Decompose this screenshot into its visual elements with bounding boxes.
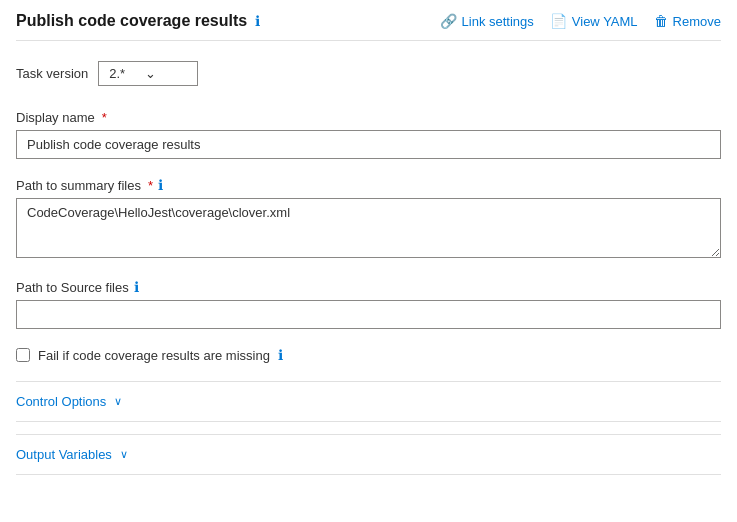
task-version-select[interactable]: 2.* ⌄ [98, 61, 198, 86]
yaml-icon: 📄 [550, 13, 567, 29]
control-options-chevron: ∨ [114, 395, 122, 408]
task-version-row: Task version 2.* ⌄ [16, 61, 721, 86]
path-summary-group: Path to summary files * ℹ CodeCoverage\H… [16, 177, 721, 261]
control-options-toggle[interactable]: Control Options ∨ [16, 381, 721, 409]
task-version-chevron: ⌄ [145, 66, 156, 81]
remove-button[interactable]: 🗑 Remove [654, 13, 721, 29]
fail-checkbox-label[interactable]: Fail if code coverage results are missin… [38, 348, 270, 363]
header-info-icon[interactable]: ℹ [255, 13, 260, 29]
page-title: Publish code coverage results [16, 12, 247, 30]
page-header: Publish code coverage results ℹ 🔗 Link s… [16, 12, 721, 41]
output-variables-toggle[interactable]: Output Variables ∨ [16, 434, 721, 462]
view-yaml-label: View YAML [572, 14, 638, 29]
link-settings-button[interactable]: 🔗 Link settings [440, 13, 534, 29]
fail-checkbox-row: Fail if code coverage results are missin… [16, 347, 721, 363]
display-name-label-row: Display name * [16, 110, 721, 125]
fail-checkbox[interactable] [16, 348, 30, 362]
fail-checkbox-info-icon[interactable]: ℹ [278, 347, 283, 363]
display-name-group: Display name * [16, 110, 721, 159]
path-summary-label: Path to summary files [16, 178, 141, 193]
view-yaml-button[interactable]: 📄 View YAML [550, 13, 638, 29]
path-source-label: Path to Source files [16, 280, 129, 295]
path-summary-label-row: Path to summary files * ℹ [16, 177, 721, 193]
output-variables-chevron: ∨ [120, 448, 128, 461]
link-icon: 🔗 [440, 13, 457, 29]
path-source-group: Path to Source files ℹ [16, 279, 721, 329]
control-options-title: Control Options [16, 394, 106, 409]
header-left: Publish code coverage results ℹ [16, 12, 260, 30]
display-name-input[interactable] [16, 130, 721, 159]
path-summary-required: * [148, 178, 153, 193]
remove-icon: 🗑 [654, 13, 668, 29]
path-summary-info-icon[interactable]: ℹ [158, 177, 163, 193]
path-source-label-row: Path to Source files ℹ [16, 279, 721, 295]
path-summary-input[interactable]: CodeCoverage\HelloJest\coverage\clover.x… [16, 198, 721, 258]
output-variables-section: Output Variables ∨ [16, 422, 721, 475]
control-options-section: Control Options ∨ [16, 381, 721, 422]
path-source-input[interactable] [16, 300, 721, 329]
link-settings-label: Link settings [462, 14, 534, 29]
task-version-value: 2.* [109, 66, 125, 81]
path-source-info-icon[interactable]: ℹ [134, 279, 139, 295]
task-version-label: Task version [16, 66, 88, 81]
output-variables-title: Output Variables [16, 447, 112, 462]
display-name-label: Display name [16, 110, 95, 125]
display-name-required: * [102, 110, 107, 125]
header-actions: 🔗 Link settings 📄 View YAML 🗑 Remove [440, 13, 721, 29]
remove-label: Remove [673, 14, 721, 29]
